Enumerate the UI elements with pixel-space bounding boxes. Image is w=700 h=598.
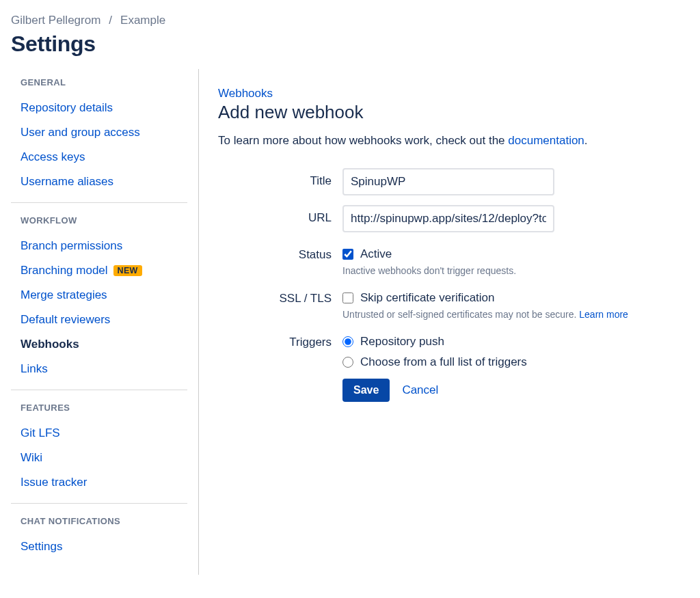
trigger-full-list-label: Choose from a full list of triggers bbox=[360, 355, 527, 369]
triggers-label: Triggers bbox=[218, 329, 342, 349]
sidebar-item-git-lfs[interactable]: Git LFS bbox=[11, 421, 187, 446]
save-button[interactable]: Save bbox=[342, 379, 390, 402]
sidebar-item-merge-strategies[interactable]: Merge strategies bbox=[11, 283, 187, 308]
ssl-skip-checkbox[interactable] bbox=[342, 293, 353, 303]
sidebar-item-user-group-access[interactable]: User and group access bbox=[11, 120, 187, 145]
learn-more-link[interactable]: Learn more bbox=[579, 309, 628, 320]
sidebar-item-chat-settings[interactable]: Settings bbox=[11, 534, 187, 559]
trigger-repo-push-radio[interactable] bbox=[342, 336, 353, 347]
sidebar-item-links[interactable]: Links bbox=[11, 357, 187, 381]
sidebar-section-workflow: WORKFLOW bbox=[11, 215, 187, 226]
ssl-helper-text: Untrusted or self-signed certificates ma… bbox=[342, 309, 689, 320]
breadcrumb-repo[interactable]: Example bbox=[120, 14, 165, 27]
sidebar-item-repository-details[interactable]: Repository details bbox=[11, 96, 187, 120]
title-label: Title bbox=[218, 168, 342, 188]
main-content: Webhooks Add new webhook To learn more a… bbox=[199, 69, 689, 575]
cancel-button[interactable]: Cancel bbox=[402, 383, 438, 397]
status-active-checkbox[interactable] bbox=[342, 249, 353, 260]
form-title: Add new webhook bbox=[218, 102, 689, 123]
breadcrumb-separator: / bbox=[109, 14, 112, 27]
new-badge: NEW bbox=[113, 265, 142, 276]
status-helper-text: Inactive webhooks don't trigger requests… bbox=[342, 265, 689, 276]
sidebar-item-webhooks[interactable]: Webhooks bbox=[11, 332, 187, 357]
breadcrumb-user[interactable]: Gilbert Pellegrom bbox=[11, 14, 100, 27]
ssl-label: SSL / TLS bbox=[218, 286, 342, 305]
sidebar-item-wiki[interactable]: Wiki bbox=[11, 446, 187, 470]
sidebar-item-default-reviewers[interactable]: Default reviewers bbox=[11, 308, 187, 332]
sidebar-section-general: GENERAL bbox=[11, 77, 187, 87]
status-label: Status bbox=[218, 242, 342, 262]
context-link-webhooks[interactable]: Webhooks bbox=[218, 87, 273, 100]
sidebar-item-issue-tracker[interactable]: Issue tracker bbox=[11, 470, 187, 495]
sidebar-item-username-aliases[interactable]: Username aliases bbox=[11, 169, 187, 194]
divider bbox=[11, 503, 187, 504]
trigger-full-list-radio[interactable] bbox=[342, 357, 353, 368]
title-input[interactable] bbox=[342, 168, 554, 195]
status-active-label: Active bbox=[360, 247, 392, 261]
settings-sidebar: GENERAL Repository details User and grou… bbox=[11, 69, 199, 575]
sidebar-section-chat-notifications: CHAT NOTIFICATIONS bbox=[11, 516, 187, 526]
sidebar-section-features: FEATURES bbox=[11, 403, 187, 413]
divider bbox=[11, 202, 187, 203]
ssl-skip-label: Skip certificate verification bbox=[360, 291, 495, 305]
url-input[interactable] bbox=[342, 205, 554, 232]
page-title: Settings bbox=[11, 31, 689, 57]
sidebar-item-branch-permissions[interactable]: Branch permissions bbox=[11, 234, 187, 258]
url-label: URL bbox=[218, 205, 342, 225]
sidebar-item-branching-model[interactable]: Branching model NEW bbox=[11, 258, 187, 283]
trigger-repo-push-label: Repository push bbox=[360, 335, 444, 349]
breadcrumb: Gilbert Pellegrom / Example bbox=[11, 11, 689, 27]
divider bbox=[11, 390, 187, 390]
sidebar-item-access-keys[interactable]: Access keys bbox=[11, 145, 187, 169]
documentation-link[interactable]: documentation bbox=[508, 134, 584, 147]
intro-text: To learn more about how webhooks work, c… bbox=[218, 134, 689, 148]
